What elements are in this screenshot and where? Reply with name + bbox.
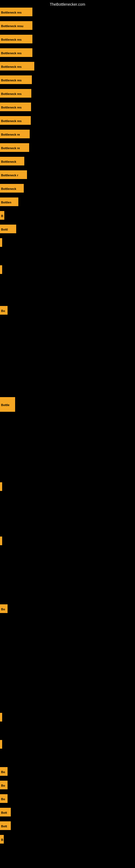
- list-item: [0, 713, 2, 721]
- list-item: Bo: [0, 604, 8, 613]
- bar-label: Bottleneck res: [0, 75, 32, 84]
- list-item: Bo: [0, 781, 8, 789]
- bar-label: Bottleneck res: [0, 8, 32, 16]
- list-item: Bottleneck res: [0, 116, 31, 125]
- bar-label: B: [0, 211, 4, 220]
- list-item: Bottle: [0, 397, 15, 412]
- bar-label: Bottleneck re: [0, 130, 30, 138]
- list-item: Bottlen: [0, 197, 18, 206]
- list-item: Bottleneck resu: [0, 21, 32, 30]
- bar-label: Bottleneck res: [0, 102, 31, 111]
- list-item: Bottl: [0, 225, 16, 233]
- bar-label: Bottl: [0, 225, 16, 233]
- bar-label: Bo: [0, 794, 8, 803]
- list-item: Bottleneck res: [0, 48, 32, 57]
- bar-label: [0, 482, 2, 491]
- bar-label: [0, 238, 2, 247]
- bar-label: Bottleneck r: [0, 170, 27, 179]
- list-item: Bottleneck res: [0, 35, 32, 43]
- list-item: Bo: [0, 306, 8, 315]
- list-item: [0, 238, 2, 247]
- list-item: B: [0, 835, 4, 844]
- bar-label: Bo: [0, 781, 8, 789]
- list-item: [0, 740, 2, 749]
- list-item: Bottleneck res: [0, 8, 32, 16]
- bar-label: Bottleneck res: [0, 62, 34, 70]
- bar-label: Bottleneck res: [0, 35, 32, 43]
- list-item: Bottleneck re: [0, 130, 30, 138]
- list-item: Bottleneck r: [0, 170, 27, 179]
- list-item: Bo: [0, 767, 8, 776]
- list-item: Bottleneck res: [0, 102, 31, 111]
- list-item: Bottleneck res: [0, 75, 32, 84]
- bar-label: [0, 536, 2, 545]
- bar-label: Bo: [0, 604, 8, 613]
- bar-label: Bo: [0, 306, 8, 315]
- bar-label: Bottle: [0, 397, 15, 412]
- bar-label: Bottleneck: [0, 184, 24, 193]
- list-item: Bo: [0, 794, 8, 803]
- bar-label: Bo: [0, 767, 8, 776]
- bar-label: Bott: [0, 822, 11, 830]
- bar-label: Bottleneck re: [0, 143, 29, 152]
- list-item: Bottleneck res: [0, 62, 34, 70]
- list-item: [0, 536, 2, 545]
- list-item: Bottleneck re: [0, 143, 29, 152]
- bar-label: [0, 713, 2, 721]
- list-item: [0, 482, 2, 491]
- list-item: Bott: [0, 822, 11, 830]
- bar-label: Bottlen: [0, 197, 18, 206]
- list-item: Bottleneck res: [0, 89, 31, 98]
- bar-label: Bottleneck res: [0, 89, 31, 98]
- list-item: [0, 265, 2, 274]
- list-item: Bott: [0, 808, 11, 816]
- bar-label: Bott: [0, 808, 11, 816]
- bar-label: Bottleneck res: [0, 48, 32, 57]
- list-item: Bottleneck: [0, 184, 24, 193]
- bar-label: Bottleneck res: [0, 116, 31, 125]
- site-title: TheBottlenecker.com: [50, 2, 85, 6]
- bar-label: [0, 265, 2, 274]
- list-item: B: [0, 211, 4, 220]
- bar-label: [0, 740, 2, 749]
- bar-label: B: [0, 835, 4, 844]
- list-item: Bottleneck: [0, 157, 24, 165]
- bar-label: Bottleneck resu: [0, 21, 32, 30]
- bar-label: Bottleneck: [0, 157, 24, 165]
